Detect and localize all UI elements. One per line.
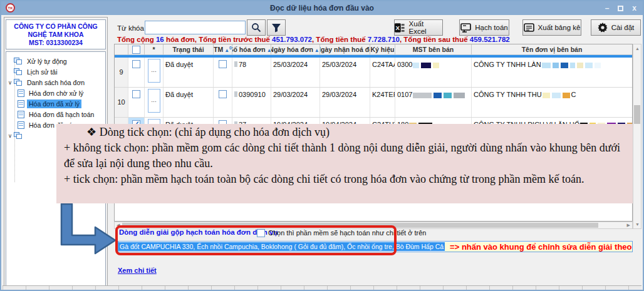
export-excel-button[interactable]: X Xuất Excel: [394, 19, 443, 36]
redacted-digit: [234, 91, 237, 97]
sort-asc-icon: ▲2: [314, 46, 320, 53]
select-all-checkbox[interactable]: [132, 46, 140, 54]
sidebar-item-lich-su-tai[interactable]: Lịch sử tải: [6, 66, 105, 77]
close-button[interactable]: x: [632, 4, 636, 12]
received-date-cell: 25/03/2024: [320, 58, 370, 87]
file-icon: [18, 89, 24, 97]
posting-icon: [460, 23, 471, 33]
bottom-grid-strip: [3, 285, 641, 290]
svg-text:X: X: [396, 24, 400, 31]
posting-detail-checkbox-label: Chọn thì phần mềm sẽ hạch toán như chi t…: [268, 229, 426, 237]
description-input[interactable]: Gà đốt CAMPUCHIA 330, Ếch nhồi Campuchia…: [118, 241, 633, 252]
header-received-date[interactable]: Ngày nhận hoá đơ: [320, 44, 370, 54]
file-icon: [18, 100, 24, 108]
tree-expander-icon: ∨: [6, 133, 14, 139]
folder-icon: [14, 58, 23, 64]
table-header-row: * Trạng thái TM▲0 Số hóa đơn▲3 Ngày hóa …: [115, 44, 632, 55]
folder-icon: [14, 132, 23, 139]
edit-hint-text: => nhấn vào khung để chỉnh sửa diễn giải…: [445, 242, 633, 252]
filter-icon: [271, 23, 281, 33]
view-detail-link[interactable]: Xem chi tiết: [118, 267, 157, 274]
settings-button[interactable]: Cài đặt: [591, 19, 641, 36]
table-row-9[interactable]: 9 ... Đã duyệt 78 25/03/2024 25/03/2024 …: [115, 58, 632, 88]
posting-label: Hạch toán: [475, 24, 507, 31]
sidebar-item-hoa-don-da-hach-toan[interactable]: Hóa đơn đã hạch toán: [6, 109, 105, 120]
more-button[interactable]: ...: [148, 59, 160, 83]
tree-expander-icon: ∨: [6, 79, 14, 86]
selected-description-text: Gà đốt CAMPUCHIA 330, Ếch nhồi Campuchia…: [118, 242, 445, 251]
posting-detail-checkbox[interactable]: [257, 229, 265, 237]
serial-cell: K24TEF: [370, 88, 395, 117]
window-title: Đọc dữ liệu hóa đơn đầu vào: [1, 4, 643, 13]
status-cell: Đã duyệt: [164, 88, 214, 117]
scroll-up-icon[interactable]: ▲: [635, 46, 640, 51]
sidebar-item-xu-ly-tu-dong[interactable]: Xử lý tự động: [6, 56, 105, 66]
row-checkbox[interactable]: [132, 90, 140, 98]
company-name-line1: CÔNG TY CỔ PHẦN CÔNG: [6, 23, 105, 31]
folder-icon: [14, 79, 23, 86]
header-serial[interactable]: Ký hiệu: [370, 44, 395, 54]
header-tm[interactable]: TM▲0: [214, 44, 232, 54]
serial-cell: C24TAA: [370, 58, 395, 87]
sidebar-item-hoa-don-cho-xu-ly[interactable]: Hóa đơn chờ xử lý: [6, 88, 105, 98]
scroll-right-icon[interactable]: ▶: [627, 223, 630, 228]
redaction-mosaic: [412, 61, 440, 68]
redaction-mosaic: [541, 61, 602, 68]
invoice-no-cell: 78: [232, 58, 271, 87]
more-button[interactable]: ...: [148, 89, 160, 113]
header-rownum: [115, 44, 128, 54]
maximize-button[interactable]: [618, 6, 623, 11]
scroll-down-icon[interactable]: ▼: [635, 222, 640, 227]
search-icon: [251, 23, 261, 33]
posting-button[interactable]: Hạch toán: [459, 19, 509, 36]
seller-mst-cell: 0107: [395, 88, 472, 117]
minimize-button[interactable]: –: [605, 4, 610, 12]
redacted-digit: [234, 61, 237, 67]
file-icon: [18, 121, 24, 129]
search-label: Từ khóa: [117, 24, 144, 32]
header-seller-name[interactable]: Tên đơn vị bên bán: [472, 44, 632, 54]
company-mst: MST: 0313300234: [6, 39, 105, 47]
header-star[interactable]: *: [145, 44, 164, 54]
file-icon: [18, 111, 24, 118]
folder-icon: [14, 68, 23, 75]
title-bar: TK Đọc dữ liệu hóa đơn đầu vào – x: [1, 1, 643, 15]
export-report-button[interactable]: Xuất bảng kê: [522, 19, 581, 36]
received-date-cell: 29/03/2024: [320, 88, 370, 117]
header-invoice-date[interactable]: Ngày hóa đơn▲2: [271, 44, 320, 54]
report-icon: [524, 23, 534, 32]
filter-button[interactable]: [267, 19, 286, 36]
annotation-line1: ❖ Dòng tick chọn: (chỉ áp dụng cho hóa đ…: [64, 125, 626, 140]
description-label: Dòng diễn giải gộp hạch toán hóa đơn dịc…: [119, 228, 278, 236]
excel-icon: X: [395, 23, 405, 33]
annotation-overlay: ❖ Dòng tick chọn: (chỉ áp dụng cho hóa đ…: [56, 124, 633, 203]
sidebar-item-hoa-don-da-xu-ly[interactable]: Hóa đơn đã xử lý: [6, 98, 105, 109]
gear-icon: [598, 23, 608, 33]
status-cell: Đã duyệt: [164, 58, 214, 87]
table-row-10[interactable]: 10 ... Đã duyệt 0390910 29/03/2024 29/03…: [115, 88, 632, 118]
header-status[interactable]: Trạng thái: [164, 44, 214, 54]
search-button[interactable]: [247, 19, 266, 36]
horizontal-scroll-thumb[interactable]: [122, 223, 598, 228]
annotation-line3: + tick chọn: phần mềm hạch toán toàn bộ …: [64, 171, 626, 187]
company-info-box: CÔNG TY CỔ PHẦN CÔNG NGHỆ TAM KHOA MST: …: [6, 19, 106, 49]
export-excel-label: Xuất Excel: [409, 20, 442, 35]
tm-checkbox[interactable]: [219, 90, 227, 98]
app-window: TK Đọc dữ liệu hóa đơn đầu vào – x CÔNG …: [0, 0, 644, 291]
seller-name-cell: CÔNG TY TNHH THUC: [472, 88, 632, 117]
header-invoice-no[interactable]: Số hóa đơn▲3: [232, 44, 271, 54]
invoice-no-cell: 0390910: [232, 88, 271, 117]
tm-checkbox[interactable]: [219, 60, 227, 68]
sort-asc-icon: ▲3: [267, 46, 271, 53]
header-seller-mst[interactable]: MST bên bán: [395, 44, 472, 54]
invoice-date-cell: 29/03/2024: [271, 88, 320, 117]
sort-asc-icon: ▲0: [224, 46, 232, 53]
row-checkbox[interactable]: [132, 60, 140, 68]
settings-label: Cài đặt: [611, 24, 634, 31]
sidebar-item-danh-sach-hoa-don[interactable]: ∨ Danh sách hóa đơn: [6, 77, 105, 88]
search-input[interactable]: [145, 21, 246, 34]
vertical-scroll-thumb[interactable]: [634, 105, 640, 124]
header-select-all[interactable]: [128, 44, 145, 54]
export-report-label: Xuất bảng kê: [538, 24, 581, 31]
vertical-scrollbar[interactable]: ▲ ▼: [633, 44, 641, 229]
